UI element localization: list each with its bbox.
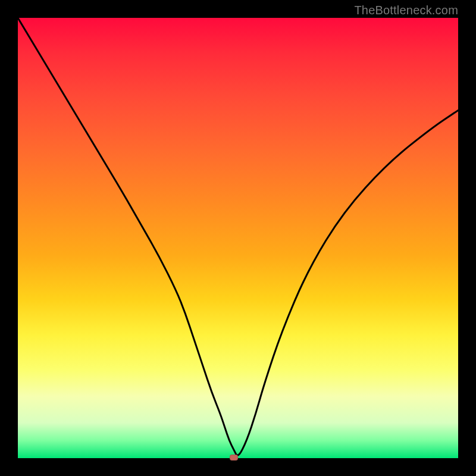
watermark-text: TheBottleneck.com bbox=[354, 4, 458, 17]
bottleneck-curve bbox=[18, 18, 458, 458]
chart-frame: TheBottleneck.com bbox=[0, 0, 476, 476]
plot-area bbox=[18, 18, 458, 458]
bottleneck-marker bbox=[230, 455, 238, 461]
